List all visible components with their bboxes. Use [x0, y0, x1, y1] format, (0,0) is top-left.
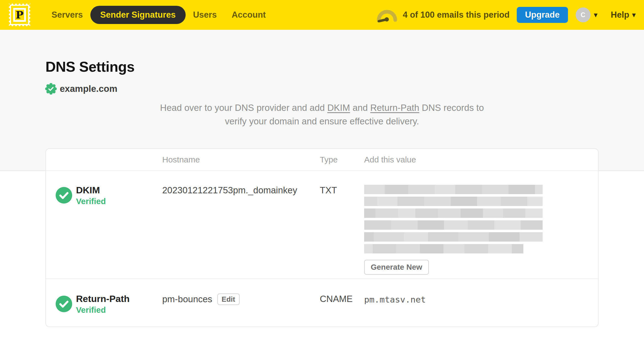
upgrade-button[interactable]: Upgrade — [517, 7, 568, 23]
intro-part: Head over to your DNS provider and add — [160, 103, 327, 113]
stamp-frame: P — [13, 8, 26, 22]
status-badge: Verified — [76, 305, 130, 315]
intro-text: Head over to your DNS provider and add D… — [0, 101, 644, 128]
intro-part: and — [350, 103, 370, 113]
top-navbar: P Servers Sender Signatures Users Accoun… — [0, 0, 644, 30]
brand-letter: P — [15, 10, 24, 20]
record-label-cell: DKIM Verified — [55, 185, 162, 206]
help-label: Help — [611, 10, 629, 20]
column-header-type: Type — [320, 155, 364, 164]
value-cell: pm.mtasv.net — [364, 293, 598, 305]
value-cell: Generate New — [364, 185, 598, 275]
help-menu[interactable]: Help ▾ — [611, 10, 636, 20]
avatar[interactable]: C — [576, 7, 591, 22]
cname-value: pm.mtasv.net — [364, 294, 598, 305]
status-badge: Verified — [76, 197, 106, 206]
chevron-down-icon: ▾ — [632, 11, 636, 19]
nav-item-servers[interactable]: Servers — [44, 6, 90, 24]
record-name: Return-Path — [76, 293, 130, 304]
table-row-dkim: DKIM Verified 20230121221753pm._domainke… — [46, 171, 598, 279]
edit-hostname-button[interactable]: Edit — [217, 293, 240, 305]
redacted-line — [364, 220, 543, 230]
record-label-text: Return-Path Verified — [76, 293, 130, 315]
page-title: DNS Settings — [45, 58, 134, 75]
redacted-line — [364, 232, 543, 242]
redacted-line — [364, 244, 523, 253]
dkim-link[interactable]: DKIM — [327, 103, 350, 113]
nav-right-group: 4 of 100 emails this period Upgrade C ▾ … — [376, 7, 636, 23]
hostname-value: 20230121221753pm._domainkey — [162, 185, 297, 196]
redacted-line — [364, 185, 543, 194]
chevron-down-icon: ▾ — [594, 11, 598, 19]
postmark-stamp-logo[interactable]: P — [9, 4, 30, 26]
record-name: DKIM — [76, 185, 106, 195]
generate-new-button[interactable]: Generate New — [364, 260, 429, 275]
table-header-row: Hostname Type Add this value — [46, 149, 598, 171]
intro-part: verify your domain and ensure effective … — [225, 116, 419, 126]
table-row-return-path: Return-Path Verified pm-bounces Edit CNA… — [46, 279, 598, 327]
usage-count-text: 4 of 100 emails this period — [403, 10, 510, 20]
intro-part: DNS records to — [419, 103, 484, 113]
domain-row: example.com — [45, 83, 117, 95]
verified-seal-icon — [45, 83, 57, 95]
column-header-hostname: Hostname — [162, 155, 320, 164]
domain-name: example.com — [60, 84, 117, 94]
hostname-value: pm-bounces — [162, 294, 212, 305]
record-label-text: DKIM Verified — [76, 185, 106, 206]
check-circle-icon — [56, 187, 72, 204]
column-header-value: Add this value — [364, 155, 598, 164]
type-cell: TXT — [320, 185, 364, 196]
record-label-cell: Return-Path Verified — [55, 293, 162, 315]
redacted-line — [364, 208, 543, 218]
usage-meter: 4 of 100 emails this period — [376, 7, 510, 22]
hostname-cell: 20230121221753pm._domainkey — [162, 185, 320, 196]
check-circle-icon — [56, 296, 72, 312]
nav-item-users[interactable]: Users — [186, 6, 224, 24]
usage-gauge-icon — [376, 7, 398, 22]
hostname-cell: pm-bounces Edit — [162, 293, 320, 305]
nav-item-account[interactable]: Account — [224, 6, 273, 24]
stamp-border: P — [11, 6, 28, 24]
type-cell: CNAME — [320, 293, 364, 304]
primary-nav: Servers Sender Signatures Users Account — [44, 6, 273, 24]
return-path-link[interactable]: Return-Path — [370, 103, 419, 113]
account-menu[interactable]: C ▾ — [576, 7, 598, 22]
redacted-line — [364, 197, 543, 206]
nav-item-sender-signatures[interactable]: Sender Signatures — [90, 6, 186, 24]
dns-records-card: Hostname Type Add this value DKIM Verifi… — [45, 148, 599, 327]
redacted-dkim-value — [364, 185, 543, 253]
